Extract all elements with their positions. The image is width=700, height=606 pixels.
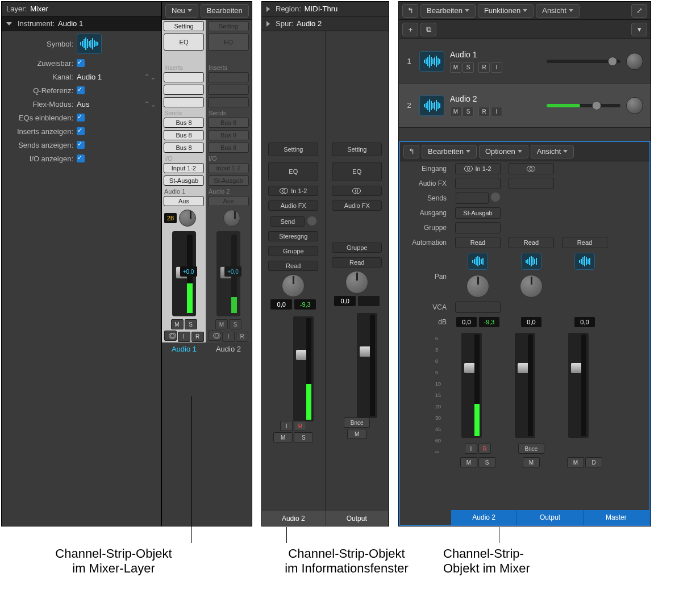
pan-knob[interactable] (520, 275, 543, 298)
region-header[interactable]: Region: MIDI-Thru (262, 2, 389, 16)
waveform-icon[interactable] (77, 34, 102, 54)
waveform-icon[interactable] (521, 253, 541, 270)
add-track-button[interactable]: ＋ (402, 23, 418, 36)
pan-knob[interactable] (626, 97, 643, 114)
mute-button[interactable]: M (347, 429, 366, 439)
mixer-edit-menu[interactable]: Bearbeiten (422, 145, 477, 158)
input-slot[interactable]: Input 1-2 (164, 163, 204, 173)
strip-name[interactable]: Audio 2 (206, 342, 251, 356)
input-monitor-button[interactable]: I (465, 444, 477, 454)
stereo-icon[interactable] (164, 331, 177, 341)
send-slot[interactable]: Bus 8 (208, 130, 249, 140)
input-monitor-button[interactable]: I (178, 332, 190, 342)
automation-slot[interactable]: Read (332, 257, 382, 268)
mute-button[interactable]: M (460, 457, 477, 467)
checkbox[interactable] (77, 86, 85, 94)
channel-strip-2[interactable]: Setting EQ Inserts Sends Bus 8 Bus 8 Bus… (206, 20, 251, 342)
volume-slider[interactable] (547, 60, 620, 63)
instrument-header[interactable]: Instrument: Audio 1 (2, 16, 161, 31)
mixer-view-menu[interactable]: Ansicht (531, 145, 574, 158)
solo-button[interactable]: S (229, 319, 241, 329)
strip-name[interactable]: Output (326, 511, 389, 526)
eq-slot[interactable]: EQ (164, 34, 204, 51)
solo-button[interactable]: S (185, 319, 197, 329)
input-slot[interactable] (332, 186, 382, 196)
output-slot[interactable]: St-Ausgab (208, 175, 249, 186)
send-slot[interactable]: Bus 8 (164, 143, 204, 153)
send-knob[interactable] (307, 216, 316, 225)
waveform-icon[interactable] (468, 253, 488, 270)
setting-slot[interactable]: Setting (332, 143, 382, 156)
automation-slot[interactable]: Read (455, 237, 501, 248)
fader[interactable] (515, 333, 535, 438)
mute-button[interactable]: M (171, 319, 184, 329)
mixer-strip-name[interactable]: Audio 2 (451, 510, 517, 525)
input-monitor-button[interactable]: I (280, 421, 293, 431)
msri-buttons[interactable]: MSRI (450, 62, 541, 73)
msri-buttons[interactable]: MSRI (450, 107, 541, 117)
send-slot[interactable]: Bus 8 (164, 130, 204, 140)
checkbox[interactable] (77, 114, 85, 122)
pan-knob[interactable] (179, 210, 196, 227)
insert-slot[interactable] (208, 97, 249, 107)
fader[interactable] (568, 333, 589, 438)
fader[interactable] (357, 313, 377, 418)
strip-name[interactable]: Audio 1 (162, 342, 206, 356)
snap-icon[interactable]: ⤢ (631, 4, 647, 18)
audiofx-slot[interactable] (455, 178, 501, 189)
channel-strip-1[interactable]: Setting EQ Inserts Sends Bus 8 Bus 8 Bus… (162, 20, 206, 342)
fader[interactable] (293, 316, 314, 421)
group-slot[interactable]: Gruppe (332, 243, 382, 253)
input-slot[interactable]: In 1-2 (268, 186, 318, 196)
waveform-icon[interactable] (419, 51, 444, 72)
pan-knob[interactable] (626, 53, 643, 70)
audiofx-slot[interactable] (509, 178, 554, 189)
solo-button[interactable]: S (478, 457, 495, 467)
functions-menu[interactable]: Funktionen (478, 4, 534, 18)
audiofx-slot[interactable]: Audio FX (332, 200, 382, 211)
fader[interactable] (461, 333, 482, 438)
volume-slider[interactable] (547, 104, 620, 107)
bounce-button[interactable]: Bnce (518, 444, 544, 454)
automation-slot[interactable]: Read (509, 237, 554, 248)
pan-knob[interactable] (345, 271, 368, 294)
record-button[interactable]: R (294, 421, 306, 431)
send-slot[interactable] (456, 193, 489, 204)
eq-slot[interactable]: EQ (268, 162, 318, 181)
duplicate-track-button[interactable]: ⧉ (420, 23, 436, 36)
insert-slot[interactable] (208, 72, 249, 82)
group-slot[interactable]: Aus (208, 196, 249, 206)
info-strip-1[interactable]: Setting EQ In 1-2 Audio FX Send Steresgn… (262, 31, 326, 514)
dim-button[interactable]: D (585, 457, 602, 467)
waveform-icon[interactable] (419, 95, 444, 116)
pan-knob[interactable] (282, 274, 305, 297)
group-slot[interactable] (455, 222, 501, 233)
mute-button[interactable]: M (567, 457, 584, 467)
output-slot[interactable]: St-Ausgab (455, 207, 501, 219)
strip-name[interactable]: Audio 2 (262, 511, 326, 526)
send-slot[interactable]: Send (270, 216, 305, 227)
param-value[interactable]: Audio 1 (77, 73, 102, 81)
checkbox[interactable] (77, 154, 85, 162)
mixer-strip-name[interactable]: Master (584, 510, 649, 525)
edit-menu[interactable]: Bearbeiten (201, 4, 249, 18)
track-row[interactable]: 2 Audio 2 MSRI (399, 83, 651, 128)
send-slot[interactable]: Bus 8 (208, 118, 249, 128)
setting-slot[interactable]: Setting (208, 21, 249, 31)
mixer-options-menu[interactable]: Optionen (479, 145, 528, 158)
setting-slot[interactable]: Setting (164, 21, 204, 31)
solo-button[interactable]: S (294, 432, 313, 442)
input-slot[interactable] (509, 163, 554, 174)
link-icon[interactable]: ↰ (403, 145, 419, 158)
bounce-button[interactable]: Bnce (344, 417, 370, 428)
automation-slot[interactable]: Read (268, 261, 318, 271)
eq-slot[interactable]: EQ (332, 162, 382, 181)
eq-slot[interactable]: EQ (208, 34, 249, 51)
stereo-icon[interactable] (209, 331, 221, 341)
checkbox[interactable] (77, 141, 85, 149)
mute-button[interactable]: M (273, 432, 293, 442)
info-strip-2[interactable]: Setting EQ Audio FX Gruppe Read 0,0 Bnce… (326, 31, 389, 514)
input-slot[interactable]: In 1-2 (455, 163, 501, 174)
disclosure-icon[interactable] (266, 21, 270, 27)
send-slot[interactable]: Bus 8 (164, 118, 204, 128)
